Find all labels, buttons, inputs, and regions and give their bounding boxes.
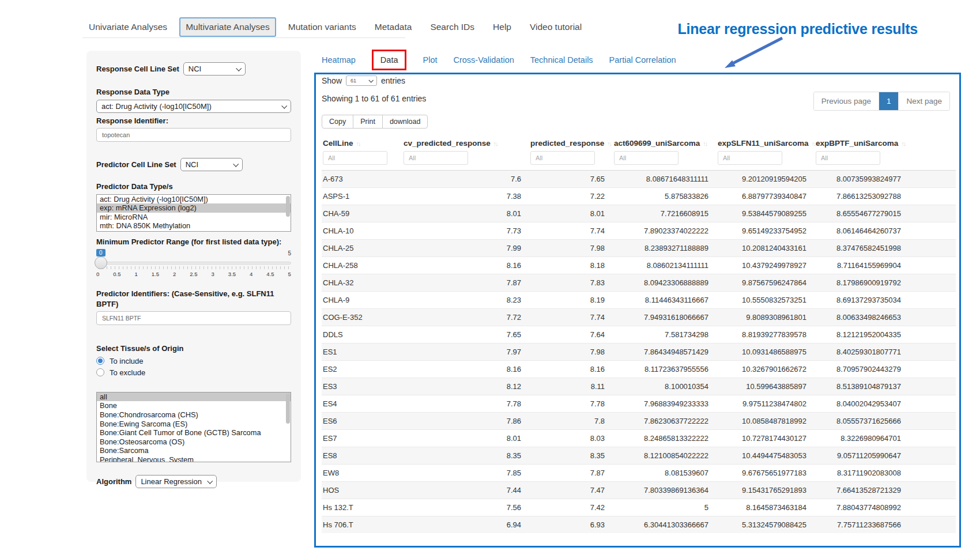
table-row[interactable]: Hs 132.T7.567.4258.16458734631847.880437… <box>322 499 956 516</box>
table-row[interactable]: CHLA-107.737.747.890233740222229.6514923… <box>322 222 956 240</box>
previous-page-button[interactable]: Previous page <box>814 92 879 110</box>
radio-icon[interactable] <box>96 368 104 376</box>
tab-cross-validation[interactable]: Cross-Validation <box>453 55 514 65</box>
current-page-button[interactable]: 1 <box>879 92 899 110</box>
table-row[interactable]: ES67.867.87.8623063772222210.08584878189… <box>322 413 956 430</box>
table-row[interactable]: ES47.787.787.968839492333339.97511238474… <box>322 395 956 413</box>
sort-icon[interactable]: ↑↓ <box>703 140 707 147</box>
response-data-type-select[interactable]: act: Drug Activity (-log10[IC50M]) <box>96 100 291 113</box>
tissue-option-peripheral-nervous-system[interactable]: Peripheral_Nervous_System <box>97 455 291 462</box>
tissue-option-bone-chondrosarcoma-chs[interactable]: Bone:Chondrosarcoma (CHS) <box>97 410 291 420</box>
column-header-cellline[interactable]: CellLine↑↓ <box>322 133 402 150</box>
radio-icon[interactable] <box>96 357 104 365</box>
table-row[interactable]: Hs 706.T6.946.936.304413033666675.313245… <box>322 516 956 534</box>
tissue-option-bone-ewing-sarcoma-es[interactable]: Bone:Ewing Sarcoma (ES) <box>97 420 291 429</box>
predictor-data-type-option-exp-mrna-expression-log2[interactable]: exp: mRNA Expression (log2) <box>97 203 291 213</box>
table-row[interactable]: CHLA-2588.168.188.0860213411111110.43792… <box>322 257 956 274</box>
response-identifier-input[interactable] <box>96 128 291 142</box>
nav-item-mutation-variants[interactable]: Mutation variants <box>282 17 363 37</box>
tissue-option-bone[interactable]: Bone <box>97 401 291 410</box>
predictor-identifiers-input[interactable] <box>96 311 291 325</box>
cell-value: 8.19 <box>529 292 613 309</box>
predictor-cell-line-set-select[interactable]: NCI <box>180 158 243 171</box>
nav-item-metadata[interactable]: Metadata <box>368 17 419 37</box>
nav-item-multivariate-analyses[interactable]: Multivariate Analyses <box>179 17 276 37</box>
table-row[interactable]: A-6737.67.658.086716483111119.2012091959… <box>322 171 956 188</box>
response-cell-line-set-select[interactable]: NCI <box>183 62 246 76</box>
filter-cell <box>529 150 613 171</box>
entries-select[interactable]: 61 <box>346 76 377 86</box>
cell-value: 8.100010354 <box>613 378 717 395</box>
table-row[interactable]: ES88.358.358.1210085402222210.4494475483… <box>322 447 956 465</box>
chevron-down-icon <box>236 66 242 71</box>
table-row[interactable]: CHLA-327.877.838.094233068888899.8756759… <box>322 274 956 292</box>
nav-item-univariate-analyses[interactable]: Univariate Analyses <box>82 17 174 37</box>
min-predictor-range-slider[interactable]: 0 5 00.511.522.533.544.55 <box>96 249 291 281</box>
tissue-option-bone-osteosarcoma-os[interactable]: Bone:Osteosarcoma (OS) <box>97 437 291 447</box>
tab-plot[interactable]: Plot <box>423 55 437 65</box>
table-row[interactable]: HOS7.447.477.803398691363649.15431765291… <box>322 482 956 499</box>
predictor-data-types-listbox[interactable]: act: Drug Activity (-log10[IC50M])exp: m… <box>96 194 291 232</box>
table-row[interactable]: ES38.128.118.10001035410.5996438858978.5… <box>322 378 956 395</box>
predictor-data-type-option-act-drug-activity-log10-ic50m[interactable]: act: Drug Activity (-log10[IC50M]) <box>97 195 291 204</box>
nav-item-video-tutorial[interactable]: Video tutorial <box>523 17 588 37</box>
column-header-cv-predicted-response[interactable]: cv_predicted_response↑↓ <box>402 133 529 150</box>
radio-to-exclude-label: To exclude <box>110 368 145 377</box>
filter-input-act609699-unisarcoma[interactable] <box>614 151 679 165</box>
column-header-expslfn11-unisarcoma[interactable]: expSLFN11_uniSarcoma↑↓ <box>717 133 815 150</box>
table-row[interactable]: EW87.857.878.0815396079.676756519771838.… <box>322 465 956 482</box>
sort-icon[interactable]: ↑↓ <box>901 140 905 147</box>
tab-heatmap[interactable]: Heatmap <box>322 55 356 65</box>
radio-to-exclude[interactable]: To exclude <box>96 368 291 377</box>
table-row[interactable]: ES28.168.168.1172363795555610.3267901662… <box>322 361 956 378</box>
next-page-button[interactable]: Next page <box>898 92 949 110</box>
nav-item-search-ids[interactable]: Search IDs <box>424 17 481 37</box>
filter-input-cv-predicted-response[interactable] <box>404 151 468 165</box>
algorithm-select[interactable]: Linear Regression <box>135 475 217 488</box>
filter-input-expbptf-unisarcoma[interactable] <box>816 151 880 165</box>
tab-partial-correlation[interactable]: Partial Correlation <box>609 55 676 65</box>
print-button[interactable]: Print <box>353 115 383 129</box>
cell-value: 6.93 <box>529 516 613 534</box>
column-header-expbptf-unisarcoma[interactable]: expBPTF_uniSarcoma↑↓ <box>815 133 956 150</box>
radio-to-include[interactable]: To include <box>96 357 291 365</box>
sort-icon[interactable]: ↑↓ <box>356 140 360 147</box>
predictor-data-type-option-mir-microrna[interactable]: mir: MicroRNA <box>97 213 291 222</box>
table-row[interactable]: CHA-598.018.017.72166089159.538445790892… <box>322 205 956 222</box>
cell-value: 8.31711902083008 <box>815 465 956 482</box>
tab-technical-details[interactable]: Technical Details <box>530 55 593 65</box>
table-row[interactable]: ASPS-17.387.225.8758338266.8879773934084… <box>322 188 956 205</box>
sort-icon[interactable]: ↑↓ <box>493 140 497 147</box>
filter-input-expslfn11-unisarcoma[interactable] <box>718 151 782 165</box>
column-header-act609699-unisarcoma[interactable]: act609699_uniSarcoma↑↓ <box>613 133 717 150</box>
slider-tick-label: 3 <box>212 271 214 277</box>
table-row[interactable]: CHLA-257.997.988.2389327118888910.208124… <box>322 240 956 257</box>
nav-item-help[interactable]: Help <box>487 17 518 37</box>
predictor-data-type-option-mth-dna-850k-methylation[interactable]: mth: DNA 850K Methylation <box>97 221 291 231</box>
table-row[interactable]: DDLS7.657.647.5817342988.819392778395788… <box>322 326 956 344</box>
tissue-option-bone-sarcoma[interactable]: Bone:Sarcoma <box>97 446 291 455</box>
cell-value: 7.78 <box>529 395 613 413</box>
table-row[interactable]: CHLA-98.238.198.1144634311666710.5550832… <box>322 292 956 309</box>
response-cell-line-set-value: NCI <box>189 65 201 73</box>
results-table: CellLine↑↓cv_predicted_response↑↓predict… <box>322 133 956 533</box>
scrollbar[interactable] <box>286 394 290 424</box>
table-row[interactable]: ES78.018.038.2486581332222210.7278174430… <box>322 430 956 447</box>
tissue-option-all[interactable]: all <box>97 393 291 402</box>
column-header-predicted-response[interactable]: predicted_response↑↓ <box>529 133 613 150</box>
table-row[interactable]: COG-E-3527.727.747.949316180666679.80893… <box>322 309 956 326</box>
slider-track[interactable] <box>96 262 291 265</box>
tissue-listbox[interactable]: allBoneBone:Chondrosarcoma (CHS)Bone:Ewi… <box>96 392 291 462</box>
download-button[interactable]: download <box>382 115 428 129</box>
sort-icon[interactable]: ↑↓ <box>812 140 816 147</box>
copy-button[interactable]: Copy <box>322 115 353 129</box>
table-row[interactable]: ES17.977.987.8643494857142910.0931486588… <box>322 344 956 361</box>
filter-input-cellline[interactable] <box>323 151 387 165</box>
scrollbar[interactable] <box>286 196 290 217</box>
filter-cell <box>815 150 956 171</box>
filter-input-predicted-response[interactable] <box>530 151 595 165</box>
cell-value: 8.05557371625666 <box>815 413 956 430</box>
sort-icon[interactable]: ↑↓ <box>607 140 611 147</box>
tissue-option-bone-giant-cell-tumor-of-bone-gctb-sarcoma[interactable]: Bone:Giant Cell Tumor of Bone (GCTB) Sar… <box>97 428 291 437</box>
tab-data[interactable]: Data <box>380 55 398 65</box>
